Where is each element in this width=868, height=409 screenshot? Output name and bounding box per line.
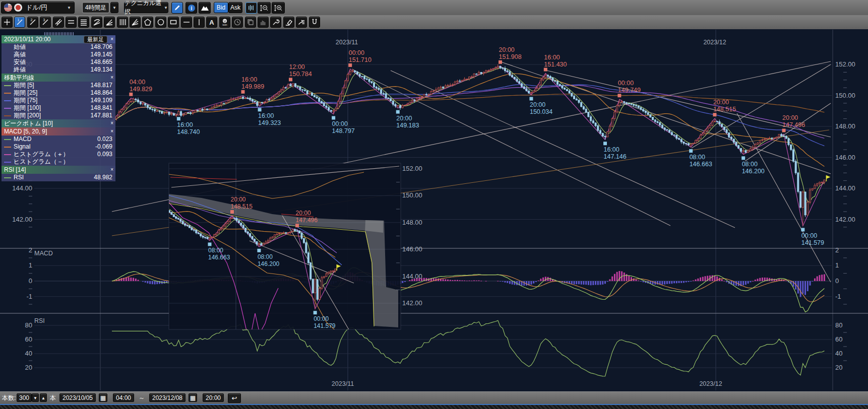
info-button[interactable]: i xyxy=(185,2,197,14)
technical-select-dropdown[interactable]: テクニカル選択 ▼ xyxy=(124,2,168,13)
tool-pentagon-button[interactable] xyxy=(142,17,153,28)
tool-ray-lines-button[interactable] xyxy=(104,17,115,28)
panel-drag-handle[interactable] xyxy=(44,32,74,35)
tool-text-tool-button[interactable]: A xyxy=(206,17,217,28)
inset-chart-window[interactable]: 152.00150.00148.00146.00144.00142.0008:0… xyxy=(168,163,422,336)
tool-trendline-1-button[interactable]: 1 xyxy=(14,17,25,28)
tool-parallel-lines-button[interactable] xyxy=(66,17,77,28)
axis-label: 20 xyxy=(25,364,32,371)
to-date-input[interactable]: 2023/12/08 xyxy=(149,393,185,402)
tool-gann-fan-button[interactable] xyxy=(130,17,141,28)
axis-label: 0 xyxy=(29,277,32,285)
info-icon: i xyxy=(188,4,196,12)
panel-row: ヒストグラム（－） xyxy=(2,158,115,166)
axis-label: 148.00 xyxy=(835,122,855,130)
trendline-icon: 2 xyxy=(29,18,37,26)
series-swatch xyxy=(4,154,11,155)
annotation-price: 151.908 xyxy=(499,53,522,60)
row-label: 期間 [25] xyxy=(14,89,37,97)
tool-fan-arc-button[interactable] xyxy=(91,17,102,28)
bar-count-input[interactable]: 300 xyxy=(17,393,32,402)
latest-bar-button[interactable]: 最新足 xyxy=(84,36,107,43)
tool-magnet-snap-button[interactable] xyxy=(309,17,320,28)
tool-pan-hand-button[interactable] xyxy=(258,17,269,28)
candle-display-button[interactable] xyxy=(245,2,257,14)
drawing-toolbar: 123Aicon xyxy=(0,15,868,30)
annotation-time: 00:00 xyxy=(618,80,634,87)
object-settings-icon xyxy=(297,18,305,26)
vertical-line-icon xyxy=(195,18,203,26)
panel-row: 期間 [25]148.864 xyxy=(2,89,115,97)
axis-label: 20 xyxy=(835,364,842,371)
row-label: ヒストグラム（－） xyxy=(14,158,69,166)
axis-label: 0 xyxy=(835,277,839,285)
tool-vertical-line-button[interactable] xyxy=(194,17,205,28)
rectangle-icon xyxy=(169,18,177,26)
axis-label: 142.00 xyxy=(12,216,32,223)
currency-pair-dropdown[interactable]: ドル/円 ▼ xyxy=(1,2,75,14)
close-icon[interactable]: × xyxy=(110,35,113,43)
tool-history-button[interactable] xyxy=(232,17,243,28)
panel-row: 期間 [75]149.109 xyxy=(2,97,115,104)
axis-label: 144.00 xyxy=(402,272,422,280)
timeframe-caret-button[interactable]: ▼ xyxy=(110,2,118,13)
bid-button[interactable]: Bid xyxy=(214,2,228,13)
copy-icon xyxy=(246,18,255,26)
axis-label: 1 xyxy=(835,261,839,269)
tool-multi-horizontal-lines-button[interactable] xyxy=(78,17,89,28)
row-label: 高値 xyxy=(14,51,26,58)
panel-row: 始値148.706 xyxy=(2,43,115,51)
tool-settings-wrench-button[interactable] xyxy=(270,17,281,28)
tool-trendline-2-button[interactable]: 2 xyxy=(27,17,38,28)
close-icon[interactable]: × xyxy=(110,119,113,127)
tool-copy-button[interactable] xyxy=(245,17,256,28)
area-chart-button[interactable] xyxy=(199,2,211,14)
from-date-input[interactable]: 2023/10/05 xyxy=(59,393,96,402)
close-icon[interactable]: × xyxy=(110,127,113,135)
from-time-input[interactable]: 04:00 xyxy=(113,393,134,402)
row-label: 始値 xyxy=(14,43,26,51)
close-icon[interactable]: × xyxy=(110,166,113,174)
panel-row: 高値149.145 xyxy=(2,51,115,58)
tool-crosshair-button[interactable] xyxy=(2,17,13,28)
mountain-icon xyxy=(201,4,209,12)
axis-label: MACD xyxy=(34,250,53,257)
tool-object-settings-button[interactable] xyxy=(296,17,307,28)
apply-return-button[interactable]: ↩ xyxy=(228,393,241,403)
bar-count-caret-button[interactable]: ▼ xyxy=(32,393,39,402)
indicator-data-panel: 2023/10/11 20:00最新足×始値148.706高値149.145安値… xyxy=(2,35,115,181)
annotation-time: 20:00 xyxy=(530,101,545,108)
tool-ellipse-button[interactable] xyxy=(155,17,166,28)
bar-count-up-button[interactable]: ▲ xyxy=(40,393,47,402)
tool-vertical-grid-lines-button[interactable] xyxy=(117,17,128,28)
annotation-time: 20:00 xyxy=(499,46,515,53)
tool-icon-stamp-button[interactable]: icon xyxy=(219,17,230,28)
annotation-time: 12:00 xyxy=(289,63,305,71)
from-calendar-button[interactable]: ▦ xyxy=(99,393,107,402)
row-label: 安値 xyxy=(14,58,26,66)
ask-button[interactable]: Ask xyxy=(228,2,242,13)
to-calendar-button[interactable]: ▦ xyxy=(189,393,197,402)
tool-trendline-3-button[interactable]: 3 xyxy=(40,17,51,28)
vertical-zoom-out-button[interactable] xyxy=(258,2,271,14)
zoom-out-icon xyxy=(260,4,269,12)
to-time-input[interactable]: 20:00 xyxy=(203,393,224,402)
tool-rectangle-button[interactable] xyxy=(168,17,179,28)
bar-unit-label: 本 xyxy=(50,393,56,403)
close-icon[interactable]: × xyxy=(110,74,113,82)
panel-section-header: RSI [14]× xyxy=(2,166,115,174)
magnet-snap-icon xyxy=(311,18,319,26)
tool-ruler-button[interactable] xyxy=(53,17,64,28)
axis-label: 146.00 xyxy=(835,154,855,161)
ray-lines-icon xyxy=(105,18,113,26)
bar-count-label: 本数: xyxy=(2,393,16,403)
timeframe-label: 4時間足 xyxy=(85,4,107,12)
vertical-zoom-in-button[interactable] xyxy=(272,2,285,14)
annotation-time: 16:00 xyxy=(603,146,619,153)
chevron-down-icon: ▼ xyxy=(112,6,116,10)
draw-pencil-button[interactable] xyxy=(171,2,183,14)
tool-eraser-button[interactable] xyxy=(283,17,294,28)
technical-select-label: テクニカル選択 xyxy=(125,0,162,16)
tool-horizontal-line-button[interactable] xyxy=(181,17,192,28)
timeframe-select[interactable]: 4時間足 xyxy=(82,2,109,13)
